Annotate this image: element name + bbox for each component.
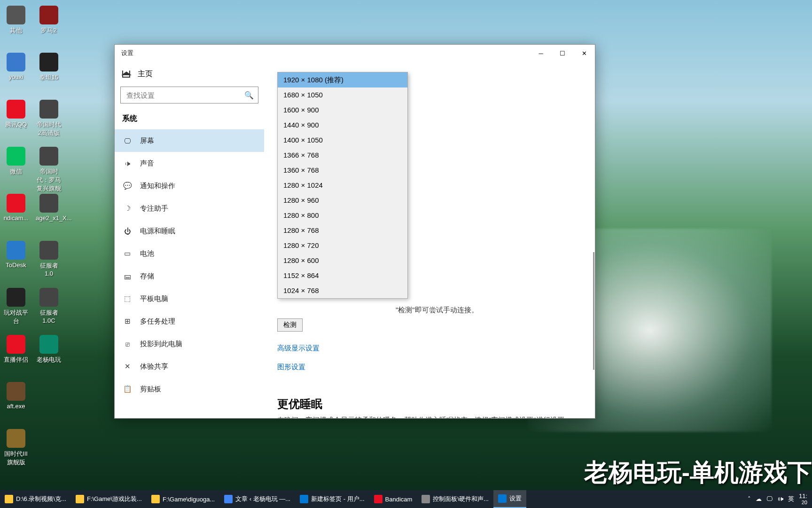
resolution-option[interactable]: 1920 × 1080 (推荐) [278, 72, 407, 87]
desktop-icon[interactable]: 泰坦15 [36, 53, 62, 82]
home-label: 主页 [138, 69, 153, 79]
advanced-display-link[interactable]: 高级显示设置 [277, 344, 320, 353]
resolution-option[interactable]: 1366 × 768 [278, 148, 407, 163]
nav-label: 平板电脑 [140, 294, 168, 303]
taskbar-item[interactable]: D:\6.录制视频\克... [0, 490, 71, 508]
nav-icon: ⊞ [123, 317, 132, 325]
taskbar-item[interactable]: 设置 [493, 490, 526, 508]
desktop-icon[interactable]: 征服者1.0 [36, 241, 62, 277]
nav-label: 存储 [140, 272, 154, 281]
nav-item[interactable]: 🖴存储 [120, 265, 258, 287]
taskbar-label: 控制面板\硬件和声... [433, 495, 488, 503]
resolution-option[interactable]: 1280 × 800 [278, 208, 407, 223]
category-header: 系统 [120, 112, 258, 129]
taskbar-label: 文章 ‹ 老杨电玩 —... [235, 495, 290, 503]
taskbar-label: D:\6.录制视频\克... [16, 495, 66, 503]
graphics-settings-link[interactable]: 图形设置 [277, 363, 305, 372]
taskbar-item[interactable]: Bandicam [369, 490, 417, 508]
resolution-option[interactable]: 1280 × 1024 [278, 178, 407, 193]
resolution-option[interactable]: 1280 × 960 [278, 193, 407, 208]
desktop-icon[interactable]: 国时代III旗舰版 [3, 429, 29, 467]
tray-date: 20 [799, 500, 807, 505]
taskbar: D:\6.录制视频\克...F:\Game\游戏比装...F:\Game\dig… [0, 490, 812, 508]
desktop-icon[interactable]: 帝国时代：罗马复兴旗舰版 [36, 147, 62, 201]
taskbar-app-icon [151, 495, 160, 503]
resolution-option[interactable]: 1280 × 768 [278, 223, 407, 238]
resolution-option[interactable]: 1360 × 768 [278, 163, 407, 178]
resolution-option[interactable]: 1024 × 768 [278, 283, 407, 298]
desktop-icon[interactable]: 罗马2 [36, 6, 62, 35]
nav-item[interactable]: ▭电池 [120, 242, 258, 265]
tray-volume-icon[interactable]: 🕪 [777, 495, 783, 502]
resolution-dropdown[interactable]: 1920 × 1080 (推荐)1680 × 10501600 × 900144… [277, 72, 408, 299]
taskbar-label: Bandicam [385, 496, 413, 503]
search-icon: 🔍 [244, 91, 254, 100]
home-link[interactable]: 主页 [120, 66, 258, 87]
taskbar-item[interactable]: 新建标签页 - 用户... [295, 490, 369, 508]
desktop-icon[interactable]: age2_x1_X... [36, 194, 62, 222]
taskbar-item[interactable]: 控制面板\硬件和声... [417, 490, 493, 508]
maximize-button[interactable]: ☐ [552, 45, 573, 62]
desktop-icon[interactable]: ToDesk [3, 241, 29, 269]
nav-label: 剪贴板 [140, 385, 161, 394]
taskbar-app-icon [498, 494, 507, 503]
desktop-icon[interactable]: ndicam... [3, 194, 29, 222]
nav-icon: 🖵 [123, 137, 132, 145]
nav-label: 多任务处理 [140, 317, 175, 326]
nav-icon: 📋 [123, 385, 132, 393]
taskbar-item[interactable]: F:\Game\游戏比装... [71, 490, 147, 508]
scrollbar[interactable] [593, 252, 594, 370]
nav-item[interactable]: ✕体验共享 [120, 355, 258, 378]
nav-item[interactable]: 🖵屏幕 [115, 129, 264, 152]
nav-item[interactable]: 📋剪贴板 [120, 378, 258, 400]
desktop-icon[interactable]: 老杨电玩 [36, 335, 62, 364]
nav-item[interactable]: ⊞多任务处理 [120, 310, 258, 333]
titlebar: 设置 ─ ☐ ✕ [115, 45, 595, 62]
nav-icon: ☽ [123, 204, 132, 213]
nav-item[interactable]: ⬚平板电脑 [120, 287, 258, 310]
nav-item[interactable]: ⎚投影到此电脑 [120, 333, 258, 355]
nav-label: 屏幕 [140, 136, 154, 145]
detect-button[interactable]: 检测 [277, 318, 303, 332]
resolution-option[interactable]: 1680 × 1050 [278, 87, 407, 103]
resolution-option[interactable]: 1280 × 600 [278, 253, 407, 268]
taskbar-app-icon [76, 495, 84, 503]
nav-item[interactable]: ☽专注助手 [120, 197, 258, 220]
tray-ime[interactable]: 英 [788, 495, 794, 503]
desktop-icon[interactable]: 玩对战平台 [3, 288, 29, 325]
taskbar-item[interactable]: 文章 ‹ 老杨电玩 —... [219, 490, 295, 508]
tray-cloud-icon[interactable]: ☁ [756, 495, 762, 502]
desktop-icon[interactable]: aft.exe [3, 382, 29, 410]
resolution-option[interactable]: 1600 × 900 [278, 103, 407, 118]
tray-time[interactable]: 11: [799, 493, 807, 500]
taskbar-item[interactable]: F:\Game\diguoga... [147, 490, 219, 508]
sidebar: 主页 🔍 系统 🖵屏幕🕩声音💬通知和操作☽专注助手⏻电源和睡眠▭电池🖴存储⬚平板… [115, 62, 264, 418]
desktop-icon[interactable]: 帝国时代2高清版 [36, 100, 62, 137]
tray-monitor-icon[interactable]: 🖵 [766, 495, 773, 502]
nav-item[interactable]: 🕩声音 [120, 152, 258, 175]
search-input[interactable] [120, 87, 258, 103]
taskbar-label: F:\Game\diguoga... [163, 496, 215, 503]
taskbar-label: 设置 [509, 494, 522, 503]
desktop-icon[interactable]: 直播伴侣 [3, 335, 29, 364]
nav-icon: ▭ [123, 249, 132, 258]
desktop-icon[interactable]: 微信 [3, 147, 29, 176]
nav-icon: 🖴 [123, 272, 132, 280]
resolution-option[interactable]: 1152 × 864 [278, 268, 407, 283]
search-box[interactable]: 🔍 [120, 87, 258, 103]
taskbar-app-icon [224, 495, 233, 503]
desktop-icon[interactable]: 腾讯QQ [3, 100, 29, 129]
desktop-icon[interactable]: 征服者1.0C [36, 288, 62, 324]
nav-item[interactable]: 💬通知和操作 [120, 175, 258, 197]
nav-item[interactable]: ⏻电源和睡眠 [120, 220, 258, 242]
resolution-option[interactable]: 1440 × 900 [278, 118, 407, 133]
tray-chevron-icon[interactable]: ˄ [748, 495, 751, 502]
nav-label: 体验共享 [140, 362, 168, 371]
close-button[interactable]: ✕ [573, 45, 595, 62]
minimize-button[interactable]: ─ [530, 45, 552, 62]
resolution-option[interactable]: 1400 × 1050 [278, 133, 407, 148]
desktop-icon[interactable]: 其他 [3, 6, 29, 35]
desktop-icon[interactable]: youxi [3, 53, 29, 80]
resolution-option[interactable]: 1280 × 720 [278, 238, 407, 253]
taskbar-label: 新建标签页 - 用户... [311, 495, 364, 503]
